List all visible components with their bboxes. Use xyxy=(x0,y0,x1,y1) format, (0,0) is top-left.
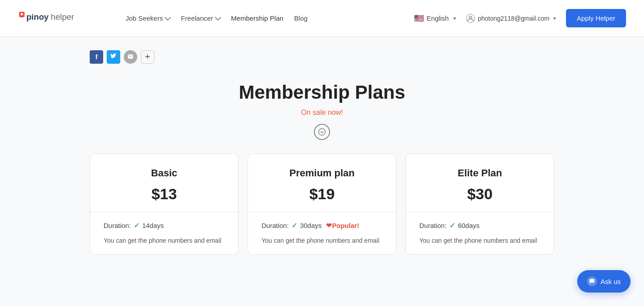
premium-plan-card: Premium plan $19 Duration: ✓ 30days ❤Pop… xyxy=(248,153,396,255)
page-title: Membership Plans xyxy=(90,82,554,103)
check-icon: ✓ xyxy=(449,221,455,230)
chat-button[interactable]: Ask us xyxy=(577,270,631,282)
pricing-cards: Basic $13 Duration: ✓ 14days You can get… xyxy=(90,153,554,255)
nav-links: Job Seekers Freelancer Membership Plan B… xyxy=(126,14,414,22)
chat-svg-icon xyxy=(589,278,595,282)
basic-plan-card: Basic $13 Duration: ✓ 14days You can get… xyxy=(90,153,239,255)
elite-plan-name: Elite Plan xyxy=(419,167,540,179)
expand-icon xyxy=(318,128,326,136)
plus-icon xyxy=(144,52,151,62)
user-avatar-icon xyxy=(466,14,475,23)
nav-right: 🇺🇸 English ▼ photong2118@gmail.com ▼ App… xyxy=(414,9,626,27)
svg-point-1 xyxy=(319,129,326,136)
chat-icon xyxy=(587,276,597,282)
user-email-label: photong2118@gmail.com xyxy=(478,15,549,22)
apply-helper-button[interactable]: Apply Helper xyxy=(566,9,626,27)
toggle-expand-button[interactable] xyxy=(314,124,330,140)
language-label: English xyxy=(426,14,448,22)
lang-chevron-icon: ▼ xyxy=(453,16,457,21)
flag-icon: 🇺🇸 xyxy=(414,13,424,23)
premium-plan-divider xyxy=(248,212,396,212)
svg-point-0 xyxy=(469,16,472,19)
elite-plan-card: Elite Plan $30 Duration: ✓ 60days You ca… xyxy=(405,153,554,255)
nav-blog[interactable]: Blog xyxy=(294,14,308,22)
logo-svg: pinoy helper xyxy=(18,7,108,30)
logo-text-right: helper xyxy=(51,12,74,21)
user-menu-chevron-icon: ▼ xyxy=(552,16,557,21)
twitter-icon xyxy=(110,53,117,61)
chevron-down-icon xyxy=(215,14,221,21)
elite-plan-price: $30 xyxy=(419,185,540,203)
twitter-share-button[interactable] xyxy=(107,50,120,64)
nav-freelancer[interactable]: Freelancer xyxy=(181,14,220,22)
check-icon: ✓ xyxy=(292,221,297,230)
user-svg-icon xyxy=(467,15,474,22)
language-selector[interactable]: 🇺🇸 English ▼ xyxy=(414,13,457,23)
chat-label: Ask us xyxy=(600,278,621,282)
basic-plan-price: $13 xyxy=(104,185,225,203)
email-share-button[interactable] xyxy=(124,50,137,64)
premium-plan-price: $19 xyxy=(261,185,383,203)
premium-plan-desc: You can get the phone numbers and email xyxy=(261,236,383,245)
navbar: pinoy helper Job Seekers Freelancer Memb… xyxy=(0,0,644,37)
main-content: f Membership Plans On sale now! xyxy=(0,37,644,282)
social-share-bar: f xyxy=(90,50,554,64)
toggle-section xyxy=(90,124,554,140)
logo[interactable]: pinoy helper xyxy=(18,7,108,30)
facebook-share-button[interactable]: f xyxy=(90,50,103,64)
basic-plan-desc: You can get the phone numbers and email xyxy=(104,236,225,245)
page-title-section: Membership Plans On sale now! xyxy=(90,82,554,140)
basic-plan-divider xyxy=(90,212,238,212)
premium-plan-name: Premium plan xyxy=(261,167,383,179)
nav-job-seekers[interactable]: Job Seekers xyxy=(126,14,170,22)
logo-text-left: pinoy xyxy=(26,12,49,21)
nav-membership-plan[interactable]: Membership Plan xyxy=(231,14,283,22)
sale-text: On sale now! xyxy=(90,109,554,117)
elite-plan-desc: You can get the phone numbers and email xyxy=(419,236,540,245)
check-icon: ✓ xyxy=(134,221,139,230)
basic-plan-duration: Duration: ✓ 14days xyxy=(104,221,225,230)
chevron-down-icon xyxy=(165,14,171,21)
logo-icon-circle xyxy=(21,13,23,15)
elite-plan-divider xyxy=(406,212,554,212)
elite-plan-duration: Duration: ✓ 60days xyxy=(419,221,540,230)
basic-plan-name: Basic xyxy=(104,167,225,179)
user-menu[interactable]: photong2118@gmail.com ▼ xyxy=(466,14,557,23)
email-icon xyxy=(127,53,134,61)
premium-plan-duration: Duration: ✓ 30days ❤Popular! xyxy=(261,221,383,230)
popular-badge: ❤Popular! xyxy=(326,222,359,230)
more-share-button[interactable] xyxy=(141,50,154,64)
